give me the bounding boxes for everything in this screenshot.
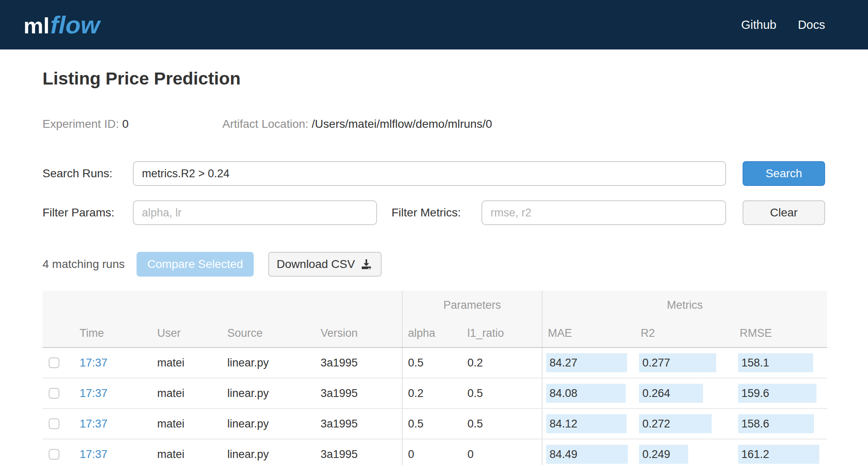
source-cell: linear.py xyxy=(222,409,315,439)
group-header-parameters: Parameters xyxy=(402,291,542,319)
mlflow-logo[interactable]: mlflow xyxy=(24,11,100,39)
time-cell: 17:37 xyxy=(74,348,152,378)
time-cell: 17:37 xyxy=(74,378,152,408)
runs-actions-row: 4 matching runs Compare Selected Downloa… xyxy=(42,252,827,277)
header-checkbox-spacer xyxy=(42,319,74,347)
r2-cell: 0.249 xyxy=(635,439,734,465)
filter-params-input[interactable] xyxy=(133,200,377,225)
mae-value-bar: 84.49 xyxy=(546,445,628,464)
l1-ratio-cell: 0.5 xyxy=(462,409,542,439)
mae-value-bar: 84.12 xyxy=(546,414,627,433)
experiment-id-block: Experiment ID:0 xyxy=(42,117,222,131)
runs-table: Parameters Metrics Time User Source Vers… xyxy=(42,291,827,465)
user-cell: matei xyxy=(152,409,222,439)
header-user: User xyxy=(152,319,222,347)
version-cell: 3a1995 xyxy=(315,409,402,439)
rmse-value-bar: 158.1 xyxy=(738,353,813,372)
download-csv-button[interactable]: Download CSV xyxy=(268,252,382,277)
r2-cell: 0.264 xyxy=(635,378,734,408)
artifact-location-label: Artifact Location: xyxy=(222,117,309,130)
r2-value-bar: 0.277 xyxy=(639,353,716,372)
top-navbar: mlflow Github Docs xyxy=(0,0,868,49)
artifact-location-value: /Users/matei/mlflow/demo/mlruns/0 xyxy=(312,117,492,130)
mae-cell: 84.08 xyxy=(542,378,635,408)
column-group-row: Parameters Metrics xyxy=(42,291,827,319)
search-runs-input[interactable] xyxy=(133,161,726,186)
row-checkbox-cell xyxy=(42,439,74,465)
navbar-links: Github Docs xyxy=(741,18,825,32)
run-checkbox[interactable] xyxy=(49,418,59,429)
alpha-cell: 0 xyxy=(402,439,462,465)
rmse-cell: 159.6 xyxy=(734,378,827,408)
run-time-link[interactable]: 17:37 xyxy=(80,357,108,369)
rmse-cell: 158.1 xyxy=(734,348,827,378)
version-cell: 3a1995 xyxy=(315,378,402,408)
table-row: 17:37 matei linear.py 3a1995 0.5 0.2 84.… xyxy=(42,348,827,378)
filter-params-label: Filter Params: xyxy=(42,206,133,219)
mae-value-bar: 84.08 xyxy=(546,384,626,403)
runs-table-header: Parameters Metrics Time User Source Vers… xyxy=(42,291,827,348)
run-checkbox[interactable] xyxy=(49,388,59,399)
row-checkbox-cell xyxy=(42,409,74,439)
group-header-metrics: Metrics xyxy=(542,291,827,319)
source-cell: linear.py xyxy=(222,378,315,408)
mae-cell: 84.49 xyxy=(542,439,635,465)
header-rmse: RMSE xyxy=(734,319,827,347)
filter-metrics-input[interactable] xyxy=(481,200,726,225)
experiment-id-value: 0 xyxy=(122,117,129,130)
experiment-meta: Experiment ID:0 Artifact Location:/Users… xyxy=(42,117,827,131)
header-r2: R2 xyxy=(635,319,734,347)
artifact-location-block: Artifact Location:/Users/matei/mlflow/de… xyxy=(222,117,492,131)
alpha-cell: 0.2 xyxy=(402,378,462,408)
experiment-page: Listing Price Prediction Experiment ID:0… xyxy=(0,68,868,465)
run-checkbox[interactable] xyxy=(49,357,59,368)
header-mae: MAE xyxy=(542,319,635,347)
source-cell: linear.py xyxy=(222,439,315,465)
header-source: Source xyxy=(222,319,315,347)
compare-selected-button[interactable]: Compare Selected xyxy=(137,252,254,277)
rmse-value-bar: 158.6 xyxy=(738,414,814,433)
run-checkbox[interactable] xyxy=(49,449,59,460)
matching-runs-count: 4 matching runs xyxy=(42,258,137,271)
clear-button[interactable]: Clear xyxy=(743,200,825,225)
header-l1-ratio: l1_ratio xyxy=(462,319,542,347)
run-time-link[interactable]: 17:37 xyxy=(80,448,108,461)
rmse-cell: 161.2 xyxy=(734,439,827,465)
header-alpha: alpha xyxy=(402,319,462,347)
version-cell: 3a1995 xyxy=(315,439,402,465)
table-row: 17:37 matei linear.py 3a1995 0 0 84.49 0… xyxy=(42,439,827,465)
user-cell: matei xyxy=(152,348,222,378)
nav-link-docs[interactable]: Docs xyxy=(798,18,825,32)
mae-cell: 84.27 xyxy=(542,348,635,378)
run-time-link[interactable]: 17:37 xyxy=(80,387,108,400)
download-icon xyxy=(360,258,373,271)
l1-ratio-cell: 0 xyxy=(462,439,542,465)
run-time-link[interactable]: 17:37 xyxy=(80,418,108,430)
filter-metrics-label: Filter Metrics: xyxy=(392,206,481,219)
row-checkbox-cell xyxy=(42,348,74,378)
row-checkbox-cell xyxy=(42,378,74,408)
r2-value-bar: 0.249 xyxy=(639,445,688,464)
rmse-cell: 158.6 xyxy=(734,409,827,439)
user-cell: matei xyxy=(152,439,222,465)
search-button[interactable]: Search xyxy=(743,161,825,186)
mlflow-logo-ml: ml xyxy=(24,13,50,38)
time-cell: 17:37 xyxy=(74,409,152,439)
time-cell: 17:37 xyxy=(74,439,152,465)
header-version: Version xyxy=(315,319,402,347)
rmse-value-bar: 159.6 xyxy=(738,384,816,403)
l1-ratio-cell: 0.5 xyxy=(462,378,542,408)
r2-value-bar: 0.264 xyxy=(639,384,703,403)
rmse-value-bar: 161.2 xyxy=(738,445,819,464)
mlflow-logo-flow: flow xyxy=(50,11,100,39)
l1-ratio-cell: 0.2 xyxy=(462,348,542,378)
search-runs-row: Search Runs: Search xyxy=(42,161,827,186)
alpha-cell: 0.5 xyxy=(402,409,462,439)
r2-cell: 0.272 xyxy=(635,409,734,439)
version-cell: 3a1995 xyxy=(315,348,402,378)
download-csv-label: Download CSV xyxy=(277,258,355,271)
nav-link-github[interactable]: Github xyxy=(741,18,776,32)
source-cell: linear.py xyxy=(222,348,315,378)
user-cell: matei xyxy=(152,378,222,408)
table-row: 17:37 matei linear.py 3a1995 0.2 0.5 84.… xyxy=(42,378,827,409)
